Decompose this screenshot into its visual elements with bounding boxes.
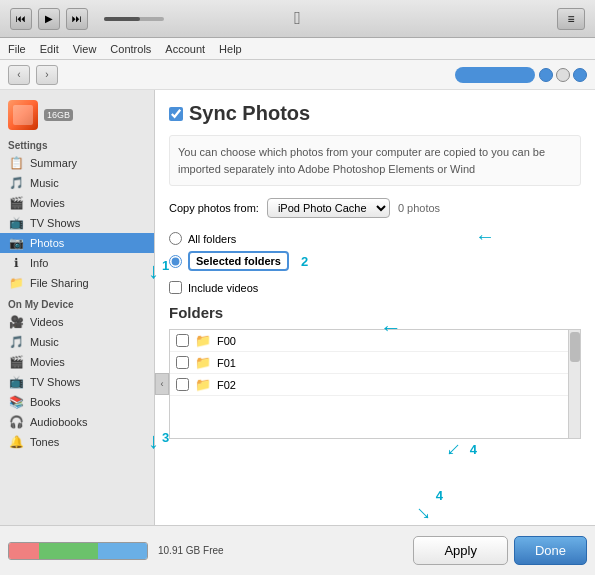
sync-dot-2 xyxy=(556,68,570,82)
volume-slider[interactable] xyxy=(104,17,164,21)
play-icon: ▶ xyxy=(45,13,53,24)
sync-info-text: You can choose which photos from your co… xyxy=(169,135,581,186)
books-icon: 📚 xyxy=(8,395,24,409)
collapse-arrow[interactable]: ‹ xyxy=(155,373,169,395)
selected-folders-row: Selected folders 2 xyxy=(169,251,581,271)
sync-photos-title: Sync Photos xyxy=(189,102,310,125)
sidebar-item-device-movies[interactable]: 🎬 Movies xyxy=(0,352,154,372)
rewind-icon: ⏮ xyxy=(16,13,26,24)
fastforward-button[interactable]: ⏭ xyxy=(66,8,88,30)
sidebar-item-device-tvshows[interactable]: 📺 TV Shows xyxy=(0,372,154,392)
sync-photos-header: Sync Photos xyxy=(169,102,581,125)
sidebar-label-tones: Tones xyxy=(30,436,59,448)
annotation-2: 2 xyxy=(301,254,308,269)
sidebar: 16GB Settings 📋 Summary 🎵 Music 🎬 Movies… xyxy=(0,90,155,525)
forward-button[interactable]: › xyxy=(36,65,58,85)
folder-icon-f01: 📁 xyxy=(195,355,211,370)
list-icon: ≡ xyxy=(567,12,574,26)
arrow-to-all-folders: ← xyxy=(475,225,495,248)
play-button[interactable]: ▶ xyxy=(38,8,60,30)
menu-help[interactable]: Help xyxy=(219,43,242,55)
sidebar-label-filesharing: File Sharing xyxy=(30,277,89,289)
apple-logo:  xyxy=(294,8,301,29)
sidebar-item-tones[interactable]: 🔔 Tones xyxy=(0,432,154,452)
videos-icon: 🎥 xyxy=(8,315,24,329)
folder-icon-f00: 📁 xyxy=(195,333,211,348)
device-icon xyxy=(8,100,38,130)
photo-count: 0 photos xyxy=(398,202,440,214)
folders-scrollbar[interactable] xyxy=(568,330,580,438)
photos-icon: 📷 xyxy=(8,236,24,250)
sidebar-item-info[interactable]: ℹ Info xyxy=(0,253,154,273)
info-icon: ℹ xyxy=(8,256,24,270)
sync-dot-1 xyxy=(539,68,553,82)
bottom-bar: 10.91 GB Free Apply Done xyxy=(0,525,595,575)
menu-view[interactable]: View xyxy=(73,43,97,55)
sidebar-label-books: Books xyxy=(30,396,61,408)
folders-container: 📁 F00 📁 F01 📁 F02 ‹ xyxy=(169,329,581,439)
folder-checkbox-f02[interactable] xyxy=(176,378,189,391)
sidebar-label-device-music: Music xyxy=(30,336,59,348)
sidebar-item-videos[interactable]: 🎥 Videos xyxy=(0,312,154,332)
list-button[interactable]: ≡ xyxy=(557,8,585,30)
storage-segment-green xyxy=(39,543,98,559)
all-folders-radio[interactable] xyxy=(169,232,182,245)
sidebar-item-filesharing[interactable]: 📁 File Sharing xyxy=(0,273,154,293)
folder-label-f01: F01 xyxy=(217,357,236,369)
tvshows-icon: 📺 xyxy=(8,216,24,230)
selected-folders-label: Selected folders xyxy=(188,251,289,271)
folder-checkbox-f01[interactable] xyxy=(176,356,189,369)
copy-from-row: Copy photos from: iPod Photo Cache 0 pho… xyxy=(169,198,581,218)
fastforward-icon: ⏭ xyxy=(72,13,82,24)
sidebar-item-photos[interactable]: 📷 Photos xyxy=(0,233,154,253)
folder-row-f00: 📁 F00 xyxy=(170,330,580,352)
sidebar-item-device-music[interactable]: 🎵 Music xyxy=(0,332,154,352)
toolbar: ⏮ ▶ ⏭  ≡ xyxy=(0,0,595,38)
folder-label-f00: F00 xyxy=(217,335,236,347)
menu-edit[interactable]: Edit xyxy=(40,43,59,55)
menu-controls[interactable]: Controls xyxy=(110,43,151,55)
folder-checkbox-f00[interactable] xyxy=(176,334,189,347)
folders-list[interactable]: 📁 F00 📁 F01 📁 F02 xyxy=(169,329,581,439)
selected-folders-radio[interactable] xyxy=(169,255,182,268)
device-header: 16GB xyxy=(0,96,154,134)
storage-bar xyxy=(8,542,148,560)
sidebar-label-tvshows: TV Shows xyxy=(30,217,80,229)
sidebar-item-movies[interactable]: 🎬 Movies xyxy=(0,193,154,213)
sidebar-label-device-movies: Movies xyxy=(30,356,65,368)
copy-source-select[interactable]: iPod Photo Cache xyxy=(267,198,390,218)
audiobooks-icon: 🎧 xyxy=(8,415,24,429)
main-layout: 16GB Settings 📋 Summary 🎵 Music 🎬 Movies… xyxy=(0,90,595,525)
all-folders-row: All folders ← xyxy=(169,232,581,245)
sidebar-item-tvshows[interactable]: 📺 TV Shows xyxy=(0,213,154,233)
sidebar-item-audiobooks[interactable]: 🎧 Audiobooks xyxy=(0,412,154,432)
sidebar-label-device-tvshows: TV Shows xyxy=(30,376,80,388)
sidebar-item-music[interactable]: 🎵 Music xyxy=(0,173,154,193)
all-folders-label: All folders xyxy=(188,233,236,245)
back-button[interactable]: ‹ xyxy=(8,65,30,85)
include-videos-row: Include videos xyxy=(169,281,581,294)
on-device-section-label: On My Device xyxy=(0,293,154,312)
device-tvshows-icon: 📺 xyxy=(8,375,24,389)
capacity-badge: 16GB xyxy=(44,109,73,121)
storage-free-label: 10.91 GB Free xyxy=(158,545,224,556)
rewind-button[interactable]: ⏮ xyxy=(10,8,32,30)
menu-account[interactable]: Account xyxy=(165,43,205,55)
sidebar-item-summary[interactable]: 📋 Summary xyxy=(0,153,154,173)
storage-segment-blue xyxy=(98,543,147,559)
menu-file[interactable]: File xyxy=(8,43,26,55)
sidebar-label-audiobooks: Audiobooks xyxy=(30,416,88,428)
sidebar-item-books[interactable]: 📚 Books xyxy=(0,392,154,412)
content-area: Sync Photos You can choose which photos … xyxy=(155,90,595,525)
filesharing-icon: 📁 xyxy=(8,276,24,290)
sync-dot-3 xyxy=(573,68,587,82)
folders-scrollbar-thumb xyxy=(570,332,580,362)
folder-icon-f02: 📁 xyxy=(195,377,211,392)
include-videos-checkbox[interactable] xyxy=(169,281,182,294)
sidebar-label-info: Info xyxy=(30,257,48,269)
radio-group: All folders ← Selected folders 2 xyxy=(169,232,581,271)
apply-button[interactable]: Apply xyxy=(413,536,508,565)
done-button[interactable]: Done xyxy=(514,536,587,565)
sync-progress-bar xyxy=(455,67,535,83)
sync-photos-checkbox[interactable] xyxy=(169,107,183,121)
